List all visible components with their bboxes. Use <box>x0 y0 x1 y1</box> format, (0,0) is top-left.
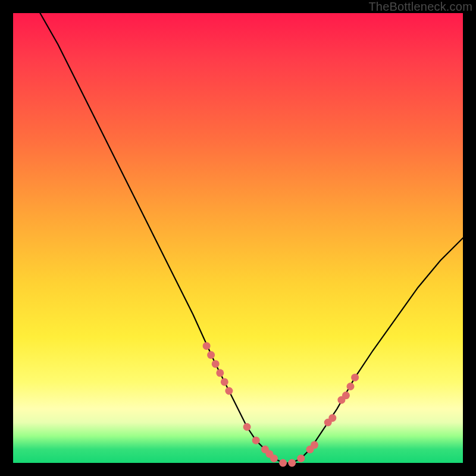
watermark-text: TheBottleneck.com <box>368 0 472 14</box>
highlight-dot <box>270 455 278 462</box>
highlight-dot <box>297 455 305 462</box>
highlight-dot <box>203 342 211 350</box>
plot-area <box>13 13 463 463</box>
highlight-dot <box>311 441 318 449</box>
curve-layer <box>13 13 463 463</box>
highlight-dot <box>279 459 287 467</box>
highlight-dot <box>216 369 224 377</box>
highlight-dot <box>328 414 336 422</box>
chart-frame: TheBottleneck.com <box>0 0 476 476</box>
highlight-dot <box>342 392 350 399</box>
highlight-dot <box>243 423 251 431</box>
highlight-dot <box>252 437 260 444</box>
optimal-range-dots <box>203 342 359 467</box>
bottleneck-curve <box>40 13 463 463</box>
highlight-dot <box>212 360 220 368</box>
highlight-dot <box>288 459 296 467</box>
highlight-dot <box>225 387 233 395</box>
highlight-dot <box>221 378 228 386</box>
highlight-dot <box>347 383 355 390</box>
highlight-dot <box>207 351 215 359</box>
highlight-dot <box>351 374 359 381</box>
